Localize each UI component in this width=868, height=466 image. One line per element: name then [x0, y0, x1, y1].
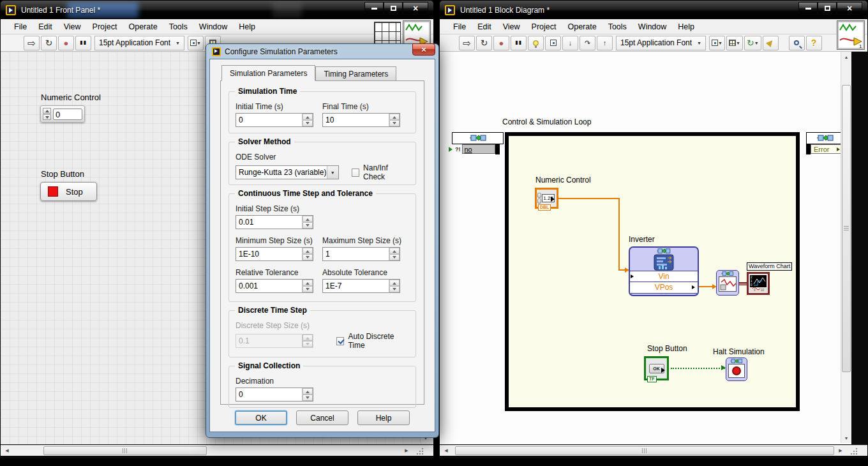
clean-up-diagram-button[interactable]	[763, 36, 779, 50]
final-time-field[interactable]	[322, 113, 400, 127]
increment-button[interactable]	[43, 108, 51, 114]
pause-button[interactable]: ▮▮	[75, 36, 91, 50]
relative-tolerance-input[interactable]	[236, 280, 302, 292]
collector-node[interactable]	[716, 270, 739, 296]
menu-help[interactable]: Help	[233, 22, 261, 31]
spin-up-button[interactable]	[389, 114, 400, 120]
stop-button[interactable]: Stop	[40, 182, 97, 201]
spin-up-button[interactable]	[303, 280, 313, 286]
spin-down-button[interactable]	[303, 286, 313, 292]
scroll-right-icon[interactable]: ▶	[835, 446, 846, 456]
run-continuously-button[interactable]: ↻	[476, 36, 492, 50]
run-continuously-button[interactable]: ↻	[41, 36, 57, 50]
scroll-right-icon[interactable]: ▶	[401, 446, 412, 456]
menu-tools[interactable]: Tools	[163, 22, 193, 31]
run-button[interactable]: ⇨	[24, 36, 40, 50]
minimize-button[interactable]	[798, 2, 818, 15]
numeric-control-terminal[interactable]: 1.23 DBL	[535, 188, 558, 209]
block-diagram-canvas[interactable]: Control & Simulation Loop ?! no	[440, 52, 851, 444]
step-out-button[interactable]: ↑	[597, 36, 613, 50]
wire-stop-to-halt[interactable]	[671, 368, 725, 369]
error-out-value[interactable]: Error	[811, 144, 844, 154]
sim-loop-output-node[interactable]	[806, 132, 844, 144]
close-button[interactable]: ×	[403, 2, 428, 15]
decimation-input[interactable]	[236, 388, 302, 401]
spin-up-button[interactable]	[389, 280, 400, 286]
scroll-left-icon[interactable]: ◀	[2, 446, 12, 456]
scrollbar-thumb[interactable]	[842, 85, 851, 372]
spin-down-button[interactable]	[303, 222, 313, 229]
dialog-close-button[interactable]: ×	[412, 43, 435, 56]
decimation-field[interactable]	[236, 387, 313, 402]
final-time-input[interactable]	[323, 114, 389, 126]
wire-numeric-to-inverter[interactable]	[558, 198, 620, 199]
menu-operate[interactable]: Operate	[562, 22, 602, 31]
close-button[interactable]: ×	[837, 2, 862, 15]
decrement-button[interactable]	[43, 114, 51, 120]
waveform-chart-terminal[interactable]: 2 1 0 0 10	[747, 272, 770, 295]
dialog-titlebar[interactable]: Configure Simulation Parameters ×	[209, 44, 435, 59]
step-over-button[interactable]: ↷	[580, 36, 595, 50]
spin-down-button[interactable]	[303, 395, 313, 401]
ode-solver-dropdown[interactable]: Runge-Kutta 23 (variable) ▼	[236, 165, 339, 179]
loop-error-out-terminal[interactable]: Error	[806, 144, 844, 154]
scroll-left-icon[interactable]: ◀	[441, 446, 451, 456]
search-button[interactable]	[789, 36, 805, 50]
front-panel-horizontal-scrollbar[interactable]: ◀ ▶	[1, 445, 433, 456]
ok-button[interactable]: OK	[235, 410, 287, 425]
tab-timing-parameters[interactable]: Timing Parameters	[315, 66, 396, 80]
spin-up-button[interactable]	[389, 248, 400, 254]
numeric-control[interactable]: 0	[40, 105, 85, 123]
maximum-step-size-field[interactable]	[322, 247, 400, 261]
menu-file[interactable]: File	[447, 22, 472, 31]
halt-simulation-node[interactable]	[726, 357, 747, 381]
spin-up-button[interactable]	[303, 114, 313, 120]
minimize-button[interactable]	[364, 2, 384, 15]
auto-discrete-checkrow[interactable]: Auto Discrete Time	[336, 332, 409, 350]
scrollbar-thumb[interactable]	[455, 446, 834, 455]
vi-icon[interactable]: 1	[837, 20, 865, 50]
auto-discrete-checkbox[interactable]	[336, 337, 344, 345]
relative-tolerance-field[interactable]	[236, 279, 313, 293]
scrollbar-thumb[interactable]	[43, 446, 207, 455]
cancel-button[interactable]: Cancel	[296, 410, 348, 425]
context-help-button[interactable]: ?	[806, 36, 822, 50]
distribute-objects-button[interactable]: ▼	[726, 36, 743, 50]
spin-up-button[interactable]	[303, 216, 313, 222]
maximize-button[interactable]	[818, 2, 837, 15]
tab-simulation-parameters[interactable]: Simulation Parameters	[221, 65, 315, 81]
nan-inf-checkbox[interactable]	[352, 169, 359, 177]
dropdown-button[interactable]: ▼	[327, 166, 338, 179]
resize-grip[interactable]	[416, 447, 424, 455]
menu-window[interactable]: Window	[193, 22, 233, 31]
inverter-pin-vin[interactable]: Vin	[630, 271, 698, 282]
menu-project[interactable]: Project	[526, 22, 562, 31]
spin-down-button[interactable]	[303, 120, 313, 126]
spin-down-button[interactable]	[389, 254, 400, 260]
nan-inf-checkrow[interactable]: Nan/Inf Check	[352, 163, 409, 181]
resize-grip[interactable]	[850, 447, 858, 455]
initial-step-size-field[interactable]	[236, 215, 313, 229]
pause-button[interactable]: ▮▮	[511, 36, 527, 50]
error-in-value[interactable]: no	[462, 144, 495, 154]
inverter-pin-vpos[interactable]: VPos	[630, 282, 698, 294]
numeric-control-value[interactable]: 0	[53, 109, 82, 120]
menu-operate[interactable]: Operate	[123, 22, 163, 31]
sim-loop-input-node[interactable]	[452, 132, 504, 144]
spin-down-button[interactable]	[389, 286, 400, 292]
absolute-tolerance-input[interactable]	[323, 280, 389, 292]
step-into-button[interactable]: ↓	[562, 36, 578, 50]
abort-button[interactable]: ●	[58, 36, 74, 50]
highlight-execution-button[interactable]	[528, 36, 544, 50]
spin-up-button[interactable]	[303, 248, 313, 254]
scroll-down-icon[interactable]: ▼	[841, 433, 851, 443]
menu-file[interactable]: File	[8, 22, 33, 31]
menu-window[interactable]: Window	[632, 22, 672, 31]
diagram-vertical-scrollbar[interactable]: ▲ ▼	[841, 52, 851, 443]
menu-edit[interactable]: Edit	[33, 22, 58, 31]
help-button[interactable]: Help	[357, 410, 410, 425]
menu-help[interactable]: Help	[672, 22, 700, 31]
initial-time-input[interactable]	[236, 114, 302, 126]
inverter-subsystem[interactable]: Vin VPos	[629, 246, 699, 296]
minimum-step-size-input[interactable]	[236, 248, 302, 260]
